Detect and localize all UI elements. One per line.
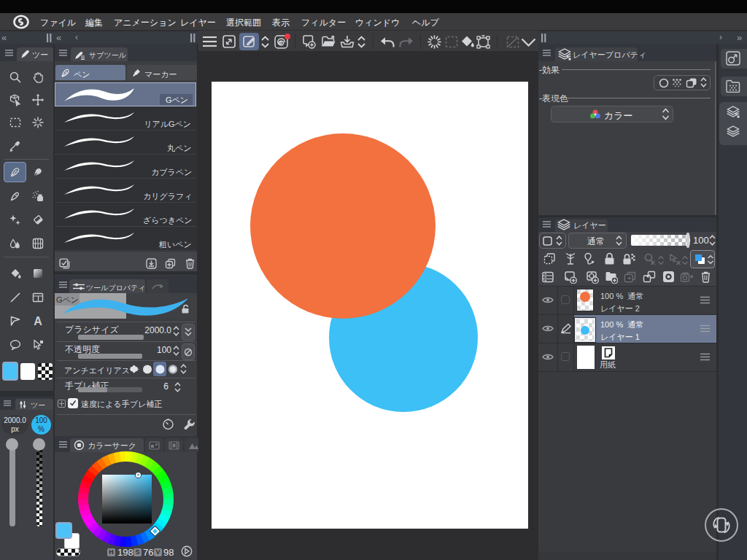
svg-text:A: A <box>34 315 42 327</box>
